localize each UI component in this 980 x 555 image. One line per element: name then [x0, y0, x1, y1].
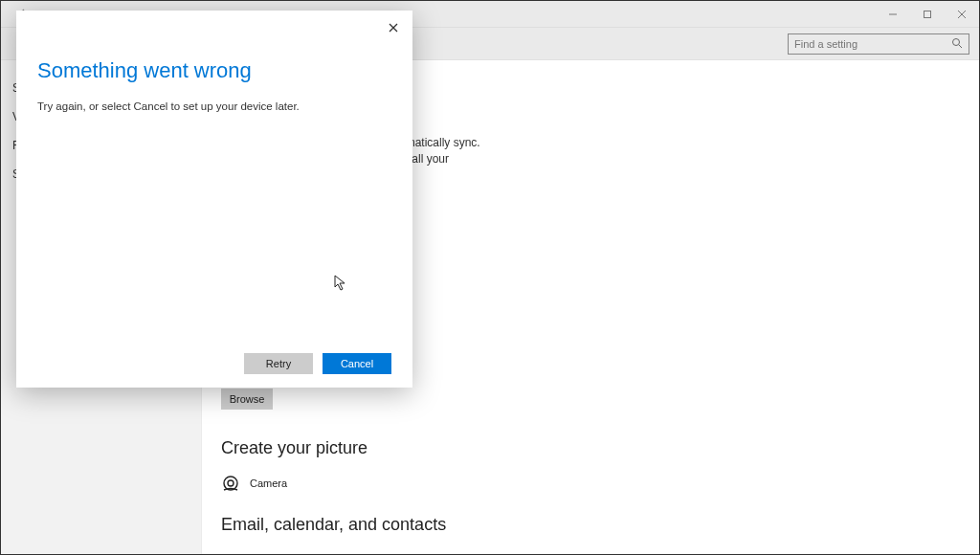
retry-button[interactable]: Retry — [244, 353, 313, 374]
search-box[interactable] — [788, 33, 969, 55]
maximize-icon — [923, 10, 932, 19]
browse-button[interactable]: Browse — [221, 388, 273, 410]
maximize-button[interactable] — [910, 1, 945, 28]
close-icon — [389, 23, 398, 33]
svg-point-7 — [228, 480, 234, 486]
svg-rect-1 — [924, 11, 931, 18]
button-label: Browse — [230, 393, 265, 405]
camera-icon — [221, 474, 240, 493]
svg-point-4 — [953, 38, 960, 45]
section-heading: Create your picture — [221, 438, 368, 458]
section-heading: Email, calendar, and contacts — [221, 515, 446, 535]
dialog-title: Something went wrong — [37, 58, 391, 83]
close-window-button[interactable] — [945, 1, 979, 28]
close-icon — [957, 10, 967, 19]
email-section: Email, calendar, and contacts — [221, 515, 446, 550]
search-input[interactable] — [794, 38, 947, 50]
error-dialog: Something went wrong Try again, or selec… — [16, 11, 412, 388]
cancel-button[interactable]: Cancel — [323, 353, 391, 374]
camera-button[interactable]: Camera — [221, 474, 368, 493]
minimize-button[interactable] — [876, 1, 910, 28]
minimize-icon — [888, 10, 898, 19]
dialog-buttons: Retry Cancel — [244, 353, 391, 374]
create-picture-section: Create your picture Camera — [221, 438, 368, 522]
dialog-body: Try again, or select Cancel to set up yo… — [37, 100, 391, 112]
dialog-close-button[interactable] — [384, 18, 403, 37]
window-controls — [876, 1, 979, 28]
camera-label: Camera — [250, 477, 287, 489]
search-icon — [951, 37, 963, 51]
svg-line-5 — [959, 45, 962, 48]
